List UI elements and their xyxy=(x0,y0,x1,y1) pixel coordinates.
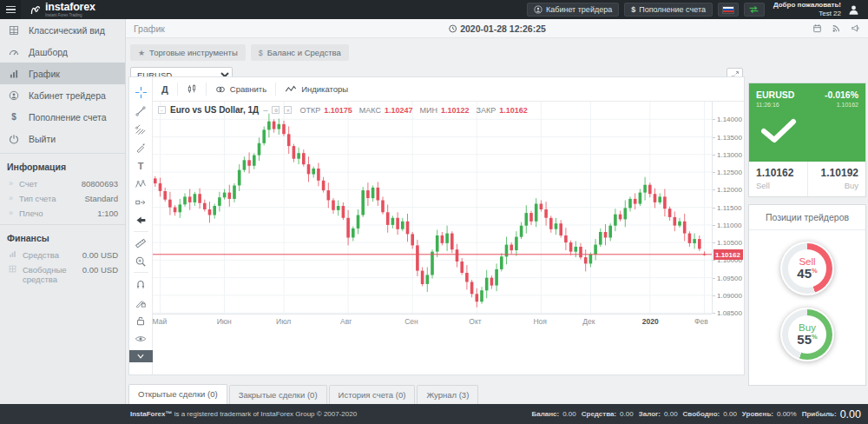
megaphone-icon[interactable] xyxy=(851,23,860,33)
stat-value: 0.00 xyxy=(723,410,737,418)
calendar-icon[interactable] xyxy=(812,23,822,33)
trademark-brand: InstaForex™ xyxy=(130,410,172,418)
time-tick: Окт xyxy=(469,317,481,326)
profit-value: 0.00 xyxy=(840,408,861,421)
language-flag-button[interactable] xyxy=(718,3,739,17)
table-grid-icon xyxy=(8,25,20,36)
server-time: 2020-01-28 12:26:25 xyxy=(448,23,546,34)
trademark-text: InstaForex™ is a registered trademark of… xyxy=(130,410,357,418)
interval-button[interactable]: Д xyxy=(161,84,168,95)
finance-value: 0.00 USD xyxy=(82,265,118,275)
arrow-marker-tool-icon[interactable] xyxy=(135,211,147,229)
indicators-button[interactable]: Индикаторы xyxy=(285,84,348,94)
user-avatar-icon[interactable] xyxy=(848,4,859,16)
chart-toolbar: Д Сравнить Индикаторы xyxy=(153,77,744,102)
price-tick: 1.11500 xyxy=(717,204,741,212)
price-axis[interactable]: 1.140001.135001.130001.125001.120001.115… xyxy=(712,102,744,314)
page-header: График 2020-01-28 12:26:25 xyxy=(126,19,868,38)
buy-price: 1.10192 xyxy=(815,167,859,179)
sidebar-item-chart[interactable]: График xyxy=(0,63,125,84)
high-value: 1.10247 xyxy=(385,106,413,115)
chart-plot[interactable]: − Euro vs US Dollar, 1Д – ⚙ ✕ ОТКР1.1017… xyxy=(153,102,712,314)
buy-quote-button[interactable]: 1.10192 Buy xyxy=(807,162,866,196)
stat-label: Баланс: xyxy=(531,410,559,418)
trading-instruments-button[interactable]: ★ Торговые инструменты xyxy=(130,44,246,61)
stat-value: 0.00% xyxy=(777,410,797,418)
pitchfork-tool-icon[interactable] xyxy=(135,120,147,138)
ruler-tool-icon[interactable] xyxy=(135,234,147,252)
info-value: 1:100 xyxy=(97,209,118,218)
swap-arrows-icon xyxy=(748,5,760,14)
low-label: МИН xyxy=(419,106,437,115)
quote-change: -0.016% xyxy=(825,89,858,100)
rss-icon[interactable] xyxy=(832,23,841,33)
tab-account-history[interactable]: История счета (0) xyxy=(329,385,416,404)
buy-percent: 55 xyxy=(797,332,812,347)
tab-closed-deals[interactable]: Закрытые сделки (0) xyxy=(229,385,327,404)
bar-chart-icon xyxy=(8,69,20,79)
info-label: Плечо xyxy=(19,209,97,218)
sidebar-item-logout[interactable]: Выйти xyxy=(0,128,125,149)
magnet-tool-icon[interactable] xyxy=(135,275,147,293)
deals-tabs: Открытые сделки (0) Закрытые сделки (0) … xyxy=(128,384,478,404)
chart-main: Д Сравнить Индикаторы xyxy=(153,77,744,374)
sell-quote-button[interactable]: 1.10162 Sell xyxy=(749,162,807,196)
sidebar-item-dashboard[interactable]: Дашборд xyxy=(0,41,125,63)
time-axis[interactable]: МайИюнИюлАвгСенОктНояДек2020Фев xyxy=(153,314,712,327)
text-tool-icon[interactable]: T xyxy=(138,156,144,175)
lock-tool-icon[interactable] xyxy=(135,311,147,329)
price-tick: 1.09500 xyxy=(717,275,742,282)
forecast-tool-icon[interactable] xyxy=(135,193,147,211)
dollar-icon: $ xyxy=(8,112,20,122)
chart-style-button[interactable] xyxy=(187,83,197,95)
stat-label: Прибыль: xyxy=(802,410,837,418)
sidebar-item-label: График xyxy=(29,69,60,79)
price-tick: 1.10500 xyxy=(717,239,742,247)
stat-label: Залог: xyxy=(639,410,661,418)
account-switch-button[interactable] xyxy=(744,3,765,17)
welcome-text: Добро пожаловать! xyxy=(773,1,841,10)
quote-header[interactable]: EURUSD -0.016% 11:26:16 1.10162 xyxy=(749,83,865,162)
xabcd-pattern-tool-icon[interactable] xyxy=(135,175,147,193)
sidebar-item-trader-room[interactable]: Кабинет трейдера xyxy=(0,84,125,106)
price-tick: 1.08500 xyxy=(717,309,742,317)
tab-journal[interactable]: Журнал (3) xyxy=(417,385,478,404)
quote-time: 11:26:16 xyxy=(756,102,779,108)
sidebar-item-deposit[interactable]: $ Пополнение счета xyxy=(0,106,125,128)
zoom-in-tool-icon[interactable] xyxy=(135,252,147,270)
finance-row-free-funds: Свободные средства 0.00 USD xyxy=(0,262,125,287)
hide-drawings-eye-icon[interactable] xyxy=(135,329,147,348)
deposit-button[interactable]: $ Пополнение счета xyxy=(624,3,713,17)
sidebar-item-classic-view[interactable]: Классический вид xyxy=(0,19,125,41)
trader-room-label: Кабинет трейдера xyxy=(546,5,612,14)
indicators-label: Индикаторы xyxy=(301,84,348,94)
brand-logo[interactable]: instaforex Instant Forex Trading xyxy=(30,2,95,17)
sidebar: Классический вид Дашборд График Кабинет … xyxy=(0,19,126,404)
sell-label: Sell xyxy=(756,181,800,190)
trader-room-button[interactable]: Кабинет трейдера xyxy=(527,3,619,17)
collapse-legend-icon[interactable]: − xyxy=(158,106,166,114)
hamburger-menu-icon[interactable] xyxy=(0,0,21,19)
series-hide-icon[interactable]: ✕ xyxy=(284,106,292,114)
traders-positions-card: Позиции трейдеров Sell 45% Buy 55% xyxy=(748,204,866,386)
trend-line-tool-icon[interactable] xyxy=(135,102,147,120)
close-value: 1.10162 xyxy=(499,106,528,115)
open-value: 1.10175 xyxy=(324,106,352,115)
crosshair-tool-icon[interactable] xyxy=(135,83,148,102)
collapse-toolbar-chevron[interactable] xyxy=(129,350,153,362)
deposit-label: Пополнение счета xyxy=(639,5,706,14)
brush-tool-icon[interactable] xyxy=(135,138,147,156)
candlestick-chart xyxy=(153,102,712,314)
balance-funds-button[interactable]: $ Баланс и Средства xyxy=(251,44,349,61)
info-value: Standard xyxy=(84,194,118,203)
series-settings-icon[interactable]: ⚙ xyxy=(272,106,279,114)
tab-open-deals[interactable]: Открытые сделки (0) xyxy=(128,384,227,404)
stay-drawing-mode-icon[interactable] xyxy=(135,293,147,311)
welcome-block: Добро пожаловать! Test 22 xyxy=(773,1,841,17)
dollar-icon: $ xyxy=(259,49,263,57)
stat-label: Уровень: xyxy=(742,410,773,418)
compare-button[interactable]: Сравнить xyxy=(215,84,266,95)
dollar-icon: $ xyxy=(631,5,635,14)
finance-section-title: Финансы xyxy=(0,224,125,248)
drawing-tools-column: T xyxy=(129,77,153,374)
